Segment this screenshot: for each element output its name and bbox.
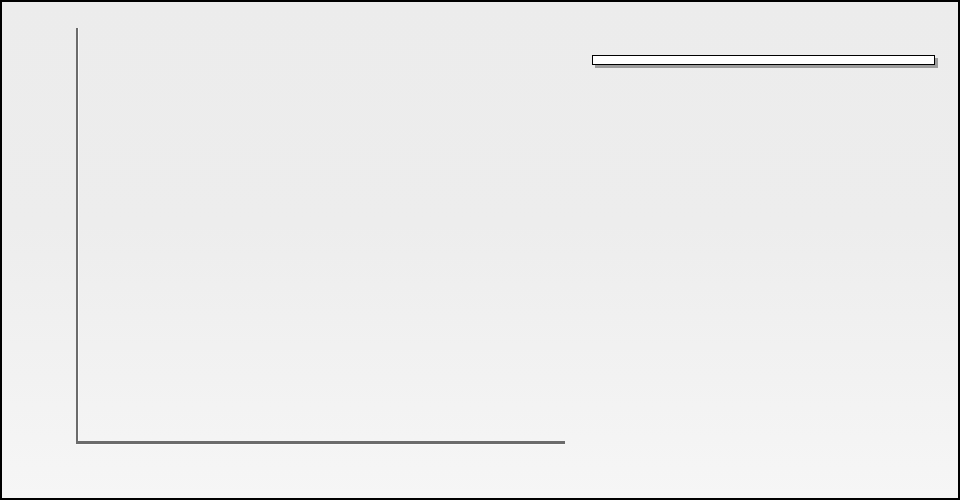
plot-canvas	[78, 28, 561, 441]
plot-area	[78, 28, 561, 441]
x-axis-line	[76, 441, 565, 444]
chart-window	[0, 0, 960, 500]
legend-box	[592, 55, 935, 65]
